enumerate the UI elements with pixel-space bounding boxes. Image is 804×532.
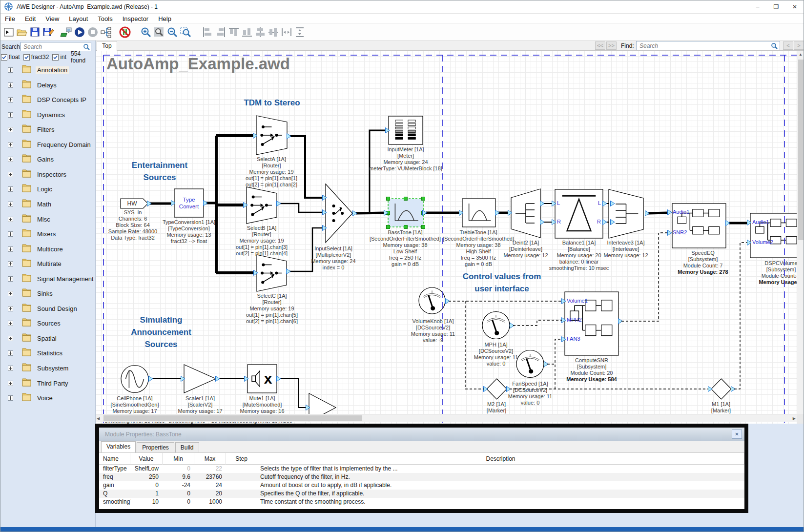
- space-horizontal-button[interactable]: [280, 25, 293, 39]
- close-button[interactable]: ✕: [785, 0, 804, 14]
- block-Scaler1[interactable]: [184, 365, 216, 393]
- expand-icon[interactable]: [8, 112, 13, 118]
- selection-handle[interactable]: [404, 225, 408, 229]
- sidebar-item-spatial[interactable]: Spatial: [0, 331, 95, 346]
- pin-Scaler2-partial[interactable]: [306, 405, 310, 412]
- sidebar-item-voice[interactable]: Voice: [0, 391, 95, 406]
- center-horizontal-button[interactable]: [253, 25, 267, 39]
- selection-handle[interactable]: [386, 197, 390, 201]
- pin-Deint2[interactable]: [540, 219, 545, 226]
- canvas-hscrollbar[interactable]: ◀ ▶: [96, 414, 797, 422]
- find-next-button[interactable]: >>: [606, 41, 617, 50]
- pin-Scaler1[interactable]: [181, 376, 186, 383]
- pin-SelectC[interactable]: [286, 268, 291, 276]
- panel-header[interactable]: Module Properties: BassTone ✕: [99, 428, 744, 441]
- block-SelectA[interactable]: [256, 116, 287, 155]
- propagate-button[interactable]: [99, 25, 112, 39]
- block-HW[interactable]: HW: [121, 199, 148, 208]
- menu-tools[interactable]: Tools: [93, 14, 117, 23]
- block-Mute1[interactable]: x: [247, 365, 277, 393]
- hscroll-thumb[interactable]: [103, 415, 362, 421]
- connect-target-button[interactable]: [60, 25, 73, 39]
- new-file-button[interactable]: [2, 25, 15, 39]
- pin-Mute1[interactable]: [244, 376, 249, 383]
- find-prev-button[interactable]: <<: [595, 41, 605, 50]
- pin-InputMeter[interactable]: [385, 127, 390, 135]
- expand-icon[interactable]: [8, 186, 13, 192]
- panel-tab-variables[interactable]: Variables: [101, 441, 136, 452]
- pin-Balance1-L[interactable]: [602, 201, 607, 208]
- expand-icon[interactable]: [8, 246, 13, 252]
- sidebar-item-inspectors[interactable]: Inspectors: [0, 167, 95, 182]
- open-file-button[interactable]: [15, 25, 28, 39]
- scroll-left-icon[interactable]: ◀: [97, 416, 100, 421]
- pin-CellPhone[interactable]: [148, 376, 153, 383]
- column-header-min[interactable]: Min: [163, 453, 194, 465]
- pin-SpeedEQ-SNR2[interactable]: [667, 230, 672, 237]
- align-left-button[interactable]: [201, 25, 214, 39]
- column-header-max[interactable]: Max: [194, 453, 226, 465]
- expand-icon[interactable]: [8, 67, 13, 73]
- selection-handle[interactable]: [404, 197, 408, 201]
- block-M1[interactable]: [711, 379, 731, 399]
- block-Interleave3[interactable]: [609, 189, 643, 238]
- expand-icon[interactable]: [8, 97, 13, 102]
- pin-SelectA[interactable]: [287, 133, 291, 141]
- variable-row-Q[interactable]: Q1020Specifies the Q of the filter, if a…: [99, 490, 744, 498]
- block-InputMeter[interactable]: [389, 116, 423, 144]
- sidebar-item-filters[interactable]: Filters: [0, 123, 95, 137]
- pin-ComputeSNR-FAN3[interactable]: [561, 336, 566, 344]
- minimize-button[interactable]: –: [748, 0, 767, 14]
- selection-handle[interactable]: [386, 225, 390, 229]
- pin-Deint2[interactable]: [540, 201, 545, 208]
- align-top-button[interactable]: [227, 25, 240, 39]
- pin-Interleave3[interactable]: [610, 219, 615, 226]
- sidebar-item-multicore[interactable]: Multicore: [0, 242, 95, 257]
- block-SelectB[interactable]: [247, 187, 277, 224]
- sidebar-item-annotation[interactable]: Annotation: [0, 63, 95, 78]
- column-header-step[interactable]: Step: [226, 453, 257, 465]
- block-Balance1[interactable]: [555, 189, 603, 238]
- design-canvas[interactable]: TDM to StereoEntertainmentSourcesSimulat…: [96, 51, 804, 424]
- pin-TrebleTone[interactable]: [495, 210, 500, 217]
- variable-row-freq[interactable]: freq2509.623760Cutoff frequency of the f…: [99, 473, 744, 481]
- pin-BassTone[interactable]: [384, 210, 389, 217]
- vscroll-thumb[interactable]: [798, 60, 804, 240]
- pin-M1[interactable]: [708, 386, 713, 393]
- pin-DSPCVolume-Audio1[interactable]: [747, 220, 752, 227]
- pin-InputSelect[interactable]: [322, 225, 327, 232]
- sidebar-item-dsp-concepts-ip[interactable]: DSP Concepts IP: [0, 93, 95, 107]
- halt-button[interactable]: [118, 25, 131, 39]
- pin-HW[interactable]: [147, 201, 152, 208]
- pin-SelectB[interactable]: [243, 202, 248, 209]
- pin-MPH[interactable]: [510, 323, 515, 330]
- expand-icon[interactable]: [8, 291, 13, 296]
- pin-DSPCVolume-Volume2[interactable]: [747, 240, 752, 247]
- sidebar-item-statistics[interactable]: Statistics: [0, 346, 95, 361]
- sidebar-item-misc[interactable]: Misc: [0, 212, 95, 227]
- sidebar-item-sinks[interactable]: Sinks: [0, 286, 95, 301]
- expand-icon[interactable]: [8, 142, 13, 147]
- expand-icon[interactable]: [8, 381, 13, 386]
- pin-InputSelect[interactable]: [352, 210, 357, 218]
- block-BassTone[interactable]: [388, 199, 423, 227]
- center-vertical-button[interactable]: [267, 25, 280, 39]
- pin-Balance1-R[interactable]: [602, 219, 607, 226]
- pin-Scaler1[interactable]: [215, 376, 220, 383]
- scroll-right-icon[interactable]: ▶: [793, 416, 796, 421]
- pin-TypeConversion1[interactable]: [203, 200, 208, 207]
- align-bottom-button[interactable]: [240, 25, 253, 39]
- sidebar-item-sound-design[interactable]: Sound Design: [0, 302, 95, 316]
- save-button[interactable]: [28, 25, 41, 39]
- page-back-button[interactable]: <: [783, 41, 793, 50]
- pin-M2[interactable]: [483, 386, 488, 393]
- block-TrebleTone[interactable]: [462, 199, 495, 227]
- menu-file[interactable]: File: [0, 14, 20, 23]
- scroll-up-icon[interactable]: ▲: [799, 52, 803, 57]
- find-input[interactable]: [636, 41, 780, 50]
- expand-icon[interactable]: [8, 336, 13, 341]
- column-header-description[interactable]: Description: [257, 453, 744, 465]
- pin-Interleave3[interactable]: [645, 210, 650, 218]
- expand-icon[interactable]: [8, 172, 13, 177]
- pin-Deint2[interactable]: [508, 210, 513, 217]
